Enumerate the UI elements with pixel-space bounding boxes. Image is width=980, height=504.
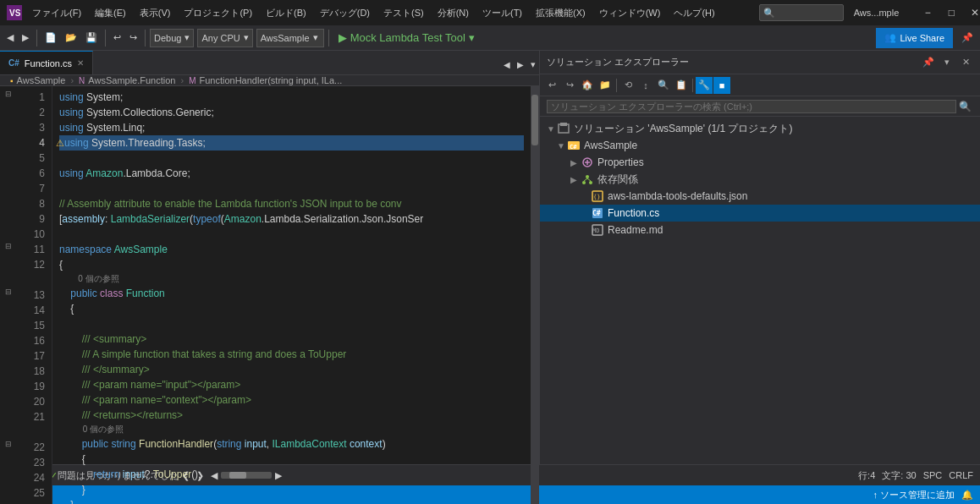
panel-tb-properties[interactable]: 📋: [673, 77, 690, 94]
menu-tools[interactable]: ツール(T): [476, 3, 529, 23]
line-num-23: 23: [17, 455, 45, 470]
menu-view[interactable]: 表示(V): [133, 3, 178, 23]
panel-tb-settings[interactable]: 🔧: [696, 77, 713, 94]
line-info: 行:4: [858, 469, 875, 482]
menu-window[interactable]: ウィンドウ(W): [592, 3, 668, 23]
code-line-8: // Assembly attribute to enable the Lamb…: [59, 196, 524, 211]
toolbar-open-button[interactable]: 📂: [62, 28, 80, 48]
editor-tab-function-cs[interactable]: C# Function.cs ✕: [0, 51, 93, 74]
panel-tb-forward[interactable]: ↪: [561, 77, 578, 94]
panel-tb-refresh[interactable]: ⟲: [619, 77, 636, 94]
code-line-15: [59, 316, 524, 331]
tab-dropdown-button[interactable]: ▾: [527, 54, 539, 74]
collapse-icon-1[interactable]: ⊟: [5, 90, 12, 98]
gutter-5: [0, 147, 17, 162]
menu-build[interactable]: ビルド(B): [259, 3, 313, 23]
menu-edit[interactable]: 編集(E): [88, 3, 133, 23]
svg-text:VS: VS: [9, 8, 21, 18]
menu-file[interactable]: ファイル(F): [25, 3, 88, 23]
project-dropdown[interactable]: AwsSample ▾: [256, 29, 324, 47]
tab-scroll-right[interactable]: ▶: [514, 54, 527, 74]
tree-item-awslambdatools[interactable]: {} aws-lambda-tools-defaults.json: [540, 188, 980, 205]
bottom-bar-right: 行:4 文字: 30 SPC CRLF: [858, 469, 973, 482]
tree-arrow-properties[interactable]: ▶: [570, 158, 581, 167]
vs-logo: VS: [7, 5, 22, 20]
tree-item-solution[interactable]: ▼ ソリューション 'AwsSample' (1/1 プロジェクト): [540, 120, 980, 137]
panel-dropdown-button[interactable]: ▾: [939, 55, 955, 70]
minimize-button[interactable]: −: [916, 4, 939, 21]
panel-close-button[interactable]: ✕: [958, 55, 973, 70]
tree-arrow-awssample[interactable]: ▼: [557, 141, 567, 151]
tab-scroll-left[interactable]: ◀: [500, 54, 514, 74]
breadcrumb-sep-2: ›: [179, 75, 185, 85]
toolbar-back-button[interactable]: ◀: [3, 28, 17, 48]
toolbar-redo-button[interactable]: ↪: [126, 28, 140, 48]
svg-point-10: [582, 181, 586, 184]
panel-tb-back[interactable]: ↩: [543, 77, 560, 94]
line-num-19: 19: [17, 379, 45, 394]
maximize-button[interactable]: □: [939, 4, 963, 21]
breadcrumb-awssample[interactable]: ▪ AwsSample: [7, 75, 69, 85]
bell-icon[interactable]: 🔔: [961, 490, 973, 501]
tree-arrow-solution[interactable]: ▼: [547, 124, 557, 134]
encoding-label: CRLF: [949, 470, 973, 480]
panel-tb-search[interactable]: 🔍: [655, 77, 672, 94]
panel-tb-collapse-all[interactable]: ↕: [637, 77, 654, 94]
build-config-dropdown[interactable]: Debug ▾: [150, 29, 194, 47]
toolbar-undo-button[interactable]: ↩: [110, 28, 124, 48]
gutter-9: [0, 208, 17, 223]
tree-arrow-deps[interactable]: ▶: [570, 175, 581, 184]
tree-item-awssample[interactable]: ▼ C# AwsSample: [540, 137, 980, 154]
svg-text:MD: MD: [592, 227, 599, 234]
tab-close-button[interactable]: ✕: [77, 58, 84, 68]
source-control-button[interactable]: ↑ ソース管理に追加: [873, 489, 955, 501]
menu-project[interactable]: プロジェクト(P): [177, 3, 259, 23]
title-search-input[interactable]: [759, 4, 844, 21]
toolbar-pin-button[interactable]: 📌: [958, 28, 977, 48]
collapse-icon-13[interactable]: ⊟: [5, 288, 12, 296]
solution-search-button[interactable]: 🔍: [956, 98, 973, 115]
gutter-14: [0, 299, 17, 315]
collapse-icon-22[interactable]: ⊟: [5, 440, 12, 448]
liveshare-button[interactable]: 👥 Live Share: [876, 28, 953, 48]
tree-item-readme[interactable]: MD Readme.md: [540, 222, 980, 238]
close-button[interactable]: ✕: [963, 4, 980, 21]
collapse-icon-11[interactable]: ⊟: [5, 242, 12, 250]
line-num-26: 26: [17, 501, 45, 504]
toolbar-forward-button[interactable]: ▶: [19, 28, 32, 48]
panel-pin-button[interactable]: 📌: [921, 55, 936, 70]
editor-scrollbar-v[interactable]: [531, 86, 539, 504]
breadcrumb-method[interactable]: M FunctionHandler(string input, ILa...: [185, 75, 345, 85]
tree-item-deps[interactable]: ▶ 依存関係: [540, 171, 980, 188]
code-line-20: /// <param name="context"></param>: [59, 392, 524, 408]
code-line-22: public string FunctionHandler(string inp…: [59, 436, 524, 452]
menu-analyze[interactable]: 分析(N): [431, 3, 476, 23]
code-content[interactable]: using System; using System.Collections.G…: [52, 86, 531, 504]
tree-item-properties[interactable]: ▶ Properties: [540, 154, 980, 171]
tree-item-function-cs[interactable]: C# Function.cs: [540, 205, 980, 222]
line-num-7: 7: [17, 181, 45, 196]
code-line-23: {: [59, 452, 524, 467]
panel-tb-folder[interactable]: 📁: [597, 77, 614, 94]
project-dropdown-arrow: ▾: [313, 32, 318, 43]
code-line-9: [assembly: LambdaSerializer(typeof(Amazo…: [59, 211, 524, 227]
toolbar-new-button[interactable]: 📄: [41, 28, 60, 48]
solution-search-input[interactable]: [547, 100, 956, 113]
editor-scroll-thumb[interactable]: [531, 95, 538, 145]
line-num-8: 8: [17, 196, 45, 211]
panel-tb-active[interactable]: ■: [713, 77, 730, 94]
gutter-16: [0, 330, 17, 345]
panel-tb-home[interactable]: 🏠: [579, 77, 596, 94]
menu-help[interactable]: ヘルプ(H): [667, 3, 721, 23]
platform-dropdown[interactable]: Any CPU ▾: [197, 29, 252, 47]
breadcrumb-bar: ▪ AwsSample › N AwsSample.Function › M F…: [0, 75, 539, 86]
code-line-1: using System;: [59, 90, 524, 105]
menu-debug[interactable]: デバッグ(D): [313, 3, 377, 23]
menu-extensions[interactable]: 拡張機能(X): [529, 3, 592, 23]
gutter-25: [0, 482, 17, 497]
toolbar-save-button[interactable]: 💾: [82, 28, 101, 48]
breadcrumb-namespace[interactable]: N AwsSample.Function: [75, 75, 179, 85]
code-line-13: public class Function: [59, 286, 524, 301]
menu-test[interactable]: テスト(S): [377, 3, 431, 23]
run-button[interactable]: ▶ Mock Lambda Test Tool ▾: [333, 28, 480, 48]
